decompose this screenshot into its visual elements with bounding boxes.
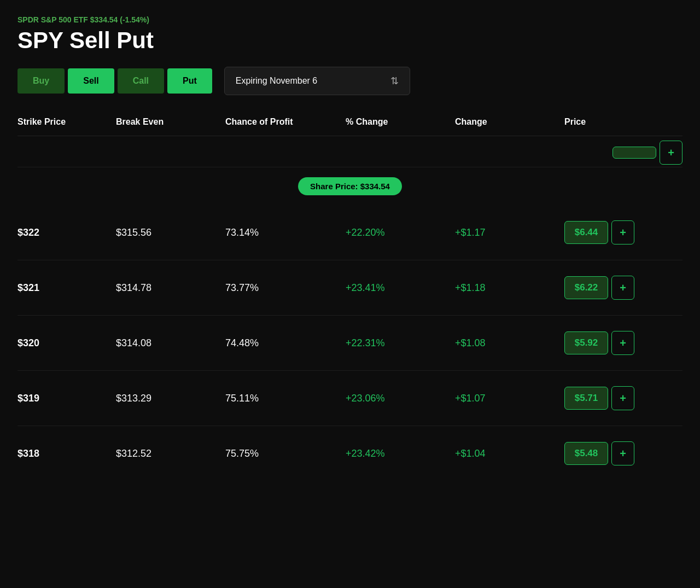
add-button-3[interactable]: + bbox=[611, 386, 634, 410]
partial-add-button[interactable]: + bbox=[660, 141, 682, 165]
table-body: $322 $315.56 73.14% +22.20% +$1.17 $6.44… bbox=[18, 205, 682, 481]
cell-chance-of-profit-0: 73.14% bbox=[225, 227, 346, 238]
partial-price-cell: + bbox=[612, 141, 682, 165]
expiry-label: Expiring November 6 bbox=[236, 76, 317, 86]
cell-change-3: +$1.07 bbox=[455, 393, 564, 404]
cell-change-1: +$1.18 bbox=[455, 282, 564, 294]
add-button-4[interactable]: + bbox=[611, 441, 634, 465]
cell-break-even-3: $313.29 bbox=[116, 393, 225, 404]
partial-price-box bbox=[612, 147, 656, 159]
price-box-2: $5.92 bbox=[564, 331, 608, 354]
cell-strike-2: $320 bbox=[18, 337, 116, 349]
page-title: SPY Sell Put bbox=[18, 27, 682, 54]
table-row: $320 $314.08 74.48% +22.31% +$1.08 $5.92… bbox=[18, 316, 682, 371]
cell-pct-change-3: +23.06% bbox=[346, 393, 455, 404]
action-button-group: Buy Sell Call Put bbox=[18, 68, 215, 94]
table-header: Strike Price Break Even Chance of Profit… bbox=[18, 113, 682, 136]
table-row: $319 $313.29 75.11% +23.06% +$1.07 $5.71… bbox=[18, 371, 682, 426]
share-price-row: Share Price: $334.54 bbox=[18, 167, 682, 205]
col-strike-price: Strike Price bbox=[18, 117, 116, 127]
cell-chance-of-profit-4: 75.75% bbox=[225, 448, 346, 459]
share-price-badge: Share Price: $334.54 bbox=[298, 177, 402, 195]
table-row: $321 $314.78 73.77% +23.41% +$1.18 $6.22… bbox=[18, 260, 682, 316]
etf-price: $334.54 bbox=[90, 15, 118, 24]
cell-strike-3: $319 bbox=[18, 393, 116, 404]
cell-change-0: +$1.17 bbox=[455, 227, 564, 238]
page-wrapper: SPDR S&P 500 ETF $334.54 (-1.54%) SPY Se… bbox=[0, 0, 700, 498]
buy-button[interactable]: Buy bbox=[18, 68, 65, 94]
add-button-0[interactable]: + bbox=[611, 220, 634, 244]
cell-pct-change-1: +23.41% bbox=[346, 282, 455, 294]
col-price: Price bbox=[564, 117, 685, 127]
etf-name: SPDR S&P 500 ETF bbox=[18, 15, 88, 24]
add-button-1[interactable]: + bbox=[611, 276, 634, 300]
sell-button[interactable]: Sell bbox=[68, 68, 114, 94]
col-chance-of-profit: Chance of Profit bbox=[225, 117, 346, 127]
price-box-3: $5.71 bbox=[564, 387, 608, 410]
etf-change: (-1.54%) bbox=[120, 15, 149, 24]
col-change: Change bbox=[455, 117, 564, 127]
table-row: $322 $315.56 73.14% +22.20% +$1.17 $6.44… bbox=[18, 205, 682, 260]
cell-change-4: +$1.04 bbox=[455, 448, 564, 459]
controls-row: Buy Sell Call Put Expiring November 6 ⇅ bbox=[18, 67, 682, 95]
cell-break-even-4: $312.52 bbox=[116, 448, 225, 459]
cell-pct-change-4: +23.42% bbox=[346, 448, 455, 459]
price-cell-2: $5.92 + bbox=[564, 331, 685, 355]
expiry-dropdown[interactable]: Expiring November 6 ⇅ bbox=[224, 67, 410, 95]
cell-chance-of-profit-2: 74.48% bbox=[225, 337, 346, 349]
dropdown-arrow-icon: ⇅ bbox=[390, 75, 399, 87]
cell-pct-change-2: +22.31% bbox=[346, 337, 455, 349]
cell-change-2: +$1.08 bbox=[455, 337, 564, 349]
price-cell-1: $6.22 + bbox=[564, 276, 685, 300]
price-box-0: $6.44 bbox=[564, 221, 608, 244]
price-box-4: $5.48 bbox=[564, 442, 608, 465]
cell-strike-4: $318 bbox=[18, 448, 116, 459]
price-cell-0: $6.44 + bbox=[564, 220, 685, 244]
cell-break-even-1: $314.78 bbox=[116, 282, 225, 294]
cell-strike-1: $321 bbox=[18, 282, 116, 294]
price-cell-4: $5.48 + bbox=[564, 441, 685, 465]
cell-break-even-2: $314.08 bbox=[116, 337, 225, 349]
put-button[interactable]: Put bbox=[167, 68, 212, 94]
price-box-1: $6.22 bbox=[564, 276, 608, 299]
col-pct-change: % Change bbox=[346, 117, 455, 127]
cell-chance-of-profit-3: 75.11% bbox=[225, 393, 346, 404]
call-button[interactable]: Call bbox=[118, 68, 164, 94]
cell-break-even-0: $315.56 bbox=[116, 227, 225, 238]
table-row: $318 $312.52 75.75% +23.42% +$1.04 $5.48… bbox=[18, 426, 682, 481]
cell-chance-of-profit-1: 73.77% bbox=[225, 282, 346, 294]
add-button-2[interactable]: + bbox=[611, 331, 634, 355]
cell-pct-change-0: +22.20% bbox=[346, 227, 455, 238]
partial-row: + bbox=[18, 136, 682, 167]
cell-strike-0: $322 bbox=[18, 227, 116, 238]
etf-label: SPDR S&P 500 ETF $334.54 (-1.54%) bbox=[18, 15, 682, 24]
price-cell-3: $5.71 + bbox=[564, 386, 685, 410]
col-break-even: Break Even bbox=[116, 117, 225, 127]
